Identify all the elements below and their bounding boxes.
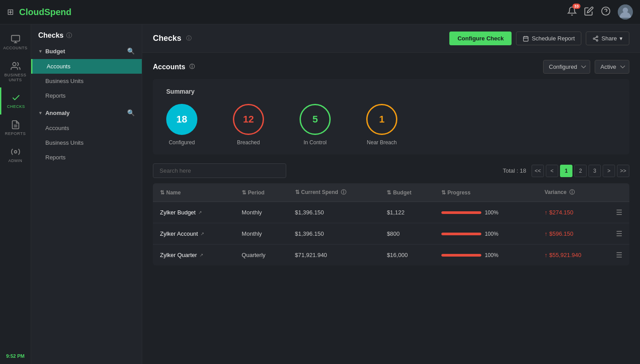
- external-link-icon[interactable]: ↗: [198, 210, 202, 215]
- page-2-btn[interactable]: 2: [574, 165, 587, 177]
- budget-items: Accounts Business Units Reports: [31, 59, 142, 103]
- col-period[interactable]: ⇅Period: [235, 183, 288, 202]
- sidebar-time: 9:52 PM: [6, 353, 25, 359]
- cell-menu-1[interactable]: ☰: [609, 223, 629, 245]
- sidebar-item-accounts[interactable]: ACCOUNTS: [0, 29, 31, 56]
- svg-rect-4: [11, 36, 19, 41]
- page-3-btn[interactable]: 3: [588, 165, 601, 177]
- cell-menu-0[interactable]: ☰: [609, 202, 629, 223]
- page-title-info-icon[interactable]: ⓘ: [186, 35, 192, 42]
- cell-menu-2[interactable]: ☰: [609, 245, 629, 266]
- anomaly-reports-item[interactable]: Reports: [31, 150, 142, 165]
- page-1-btn[interactable]: 1: [560, 165, 572, 177]
- table-controls: Total : 18 << < 1 2 3 > >>: [153, 163, 629, 178]
- budget-accounts-item[interactable]: Accounts: [31, 59, 142, 74]
- sidebar-item-reports[interactable]: REPORTS: [0, 115, 31, 142]
- anomaly-search-icon[interactable]: 🔍: [127, 109, 135, 116]
- table-header-row: ⇅Name ⇅Period ⇅Current Spend ⓘ ⇅Budget ⇅…: [153, 183, 629, 202]
- accounts-title: Accounts: [153, 63, 185, 71]
- summary-breached: 12 Breached: [233, 104, 264, 146]
- budget-section-header[interactable]: ▼ Budget 🔍: [31, 43, 142, 59]
- page-first-btn[interactable]: <<: [532, 165, 544, 177]
- cell-budget-2: $16,000: [380, 245, 434, 266]
- page-last-btn[interactable]: >>: [617, 165, 629, 177]
- page-header: Checks ⓘ Configure Check Schedule Report…: [142, 24, 640, 53]
- schedule-report-button[interactable]: Schedule Report: [516, 32, 581, 45]
- near-breach-circle: 1: [366, 104, 397, 135]
- sidebar-item-checks[interactable]: CHECKS: [0, 87, 31, 115]
- sidebar-item-business-units[interactable]: BUSINESS UNITS: [0, 56, 31, 88]
- anomaly-chevron: ▼: [38, 111, 43, 115]
- row-menu-icon[interactable]: ☰: [616, 230, 622, 237]
- grid-icon[interactable]: ⊞: [7, 7, 14, 17]
- search-input[interactable]: [153, 163, 286, 178]
- budget-search-icon[interactable]: 🔍: [127, 47, 135, 55]
- main-content: Checks ⓘ Configure Check Schedule Report…: [142, 24, 640, 364]
- cell-variance-0: ↑ $274.150: [537, 202, 609, 223]
- cell-spend-0: $1,396.150: [288, 202, 380, 223]
- col-variance[interactable]: Variance ⓘ: [537, 183, 609, 202]
- breached-label: Breached: [237, 139, 260, 146]
- nav-section-budget: ▼ Budget 🔍 Accounts Business Units Repor…: [31, 43, 142, 103]
- row-menu-icon[interactable]: ☰: [616, 251, 622, 259]
- svg-point-15: [596, 40, 598, 41]
- schedule-report-label: Schedule Report: [532, 35, 575, 42]
- page-prev-btn[interactable]: <: [546, 165, 558, 177]
- share-button[interactable]: Share ▾: [586, 32, 629, 45]
- budget-reports-item[interactable]: Reports: [31, 88, 142, 103]
- sidebar-item-admin[interactable]: ADMIN: [0, 142, 31, 169]
- external-link-icon[interactable]: ↗: [200, 231, 204, 236]
- configure-check-button[interactable]: Configure Check: [449, 32, 512, 45]
- topnav-icons: 33: [567, 4, 633, 20]
- budget-business-units-item[interactable]: Business Units: [31, 74, 142, 88]
- accounts-info-icon[interactable]: ⓘ: [189, 63, 195, 71]
- anomaly-items: Accounts Business Units Reports: [31, 121, 142, 165]
- svg-line-16: [595, 39, 596, 40]
- checks-header: Checks ⓘ: [31, 24, 142, 43]
- table-row: Zylker Account ↗ Monthly $1,396.150 $800…: [153, 223, 629, 245]
- share-label: Share: [601, 35, 617, 42]
- in-control-label: In Control: [304, 139, 327, 146]
- cell-spend-1: $1,396.150: [288, 223, 380, 245]
- col-actions: [609, 183, 629, 202]
- page-title: Checks: [153, 34, 181, 43]
- page-next-btn[interactable]: >: [603, 165, 615, 177]
- svg-point-8: [14, 150, 17, 153]
- row-menu-icon[interactable]: ☰: [616, 209, 622, 216]
- checks-info-icon[interactable]: ⓘ: [66, 32, 72, 40]
- nav-section-anomaly: ▼ Anomaly 🔍 Accounts Business Units Repo…: [31, 105, 142, 165]
- col-name[interactable]: ⇅Name: [153, 183, 235, 202]
- col-current-spend[interactable]: ⇅Current Spend ⓘ: [288, 183, 380, 202]
- page-header-actions: Configure Check Schedule Report Share ▾: [449, 32, 629, 45]
- svg-line-17: [595, 37, 596, 38]
- secondary-sidebar: Checks ⓘ ▼ Budget 🔍 Accounts Business Un…: [31, 24, 142, 364]
- user-avatar[interactable]: [618, 4, 633, 20]
- col-budget[interactable]: ⇅Budget: [380, 183, 434, 202]
- help-icon[interactable]: [601, 6, 611, 18]
- cell-budget-1: $800: [380, 223, 434, 245]
- cell-progress-2: 100%: [434, 245, 538, 266]
- svg-point-13: [596, 36, 598, 38]
- pagination: Total : 18 << < 1 2 3 > >>: [503, 165, 629, 177]
- configured-dropdown[interactable]: Configured: [543, 60, 590, 74]
- cell-progress-0: 100%: [434, 202, 538, 223]
- summary-near-breach: 1 Near Breach: [366, 104, 397, 146]
- table-row: Zylker Quarter ↗ Quarterly $71,921.940 $…: [153, 245, 629, 266]
- active-dropdown[interactable]: Active: [595, 60, 629, 74]
- topnav: ⊞ CloudSpend 33: [0, 0, 640, 24]
- summary-card: Summary 18 Configured 12 Breached 5 In C…: [153, 79, 629, 154]
- cell-period-0: Monthly: [235, 202, 288, 223]
- app-logo: CloudSpend: [19, 7, 567, 17]
- table-row: Zylker Budget ↗ Monthly $1,396.150 $1,12…: [153, 202, 629, 223]
- compose-icon[interactable]: [584, 6, 594, 18]
- external-link-icon[interactable]: ↗: [200, 253, 203, 257]
- configured-circle: 18: [166, 104, 197, 135]
- cell-variance-2: ↑ $55,921.940: [537, 245, 609, 266]
- anomaly-section-header[interactable]: ▼ Anomaly 🔍: [31, 105, 142, 121]
- col-progress[interactable]: ⇅Progress: [434, 183, 538, 202]
- in-control-circle: 5: [300, 104, 331, 135]
- anomaly-business-units-item[interactable]: Business Units: [31, 135, 142, 150]
- anomaly-accounts-item[interactable]: Accounts: [31, 121, 142, 135]
- notifications-icon[interactable]: 33: [567, 6, 577, 18]
- data-table: ⇅Name ⇅Period ⇅Current Spend ⓘ ⇅Budget ⇅…: [153, 183, 629, 265]
